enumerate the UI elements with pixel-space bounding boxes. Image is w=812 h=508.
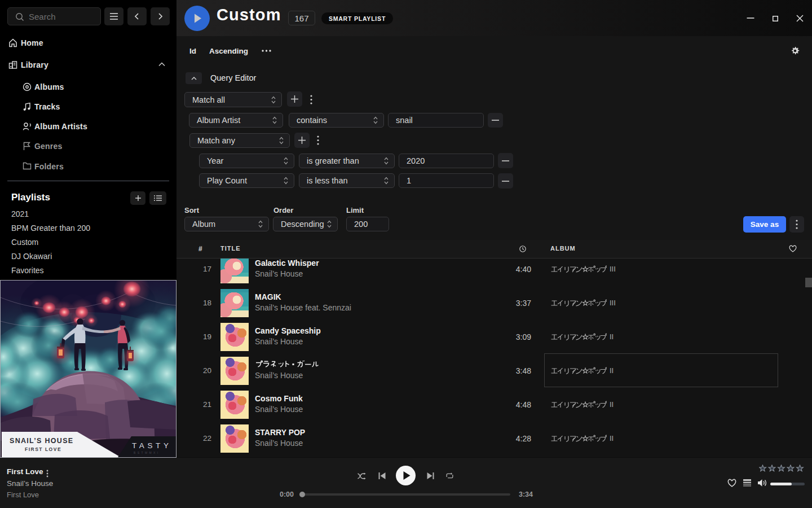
svg-text:TASTY: TASTY	[132, 441, 172, 450]
svg-text:SNAIL’S HOUSE: SNAIL’S HOUSE	[10, 437, 73, 445]
svg-text:BSTMMXI: BSTMMXI	[134, 451, 160, 454]
svg-text:FIRST LOVE: FIRST LOVE	[25, 446, 61, 452]
